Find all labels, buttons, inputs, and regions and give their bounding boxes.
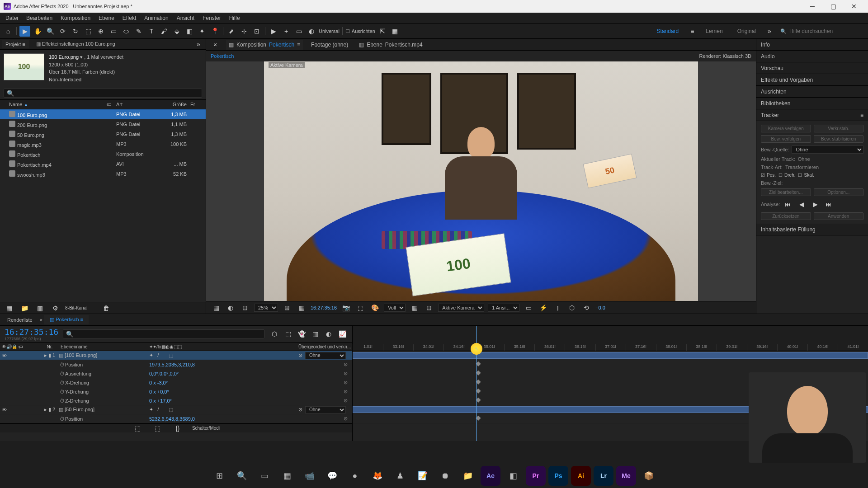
taskbar-app[interactable]: ●	[345, 466, 365, 486]
help-search[interactable]: 🔍	[777, 27, 865, 35]
ruler-tick[interactable]: 41:01f	[838, 344, 868, 351]
asset-row[interactable]: Pokertisch.mp4 AVI ... MB	[0, 159, 206, 169]
menu-view[interactable]: Ansicht	[173, 14, 198, 23]
frame-blend-icon[interactable]: ▥	[310, 328, 321, 339]
options-button[interactable]: Optionen...	[814, 188, 864, 196]
taskbar-illustrator[interactable]: Ai	[571, 466, 591, 486]
panel-tracker[interactable]: Tracker≡	[756, 109, 868, 121]
hand-tool[interactable]: ✋	[32, 26, 43, 37]
add-keyframe-icon[interactable]: ⊘	[344, 389, 348, 394]
taskbar-app[interactable]: ◧	[503, 466, 523, 486]
ruler-tick[interactable]: 37:16f	[626, 344, 656, 351]
add-keyframe-icon[interactable]: ⊘	[344, 371, 348, 376]
stabilize-motion-button[interactable]: Bew. stabilisieren	[814, 135, 864, 143]
edit-target-button[interactable]: Ziel bearbeiten...	[761, 188, 811, 196]
check-position[interactable]: ☑ Pos.	[761, 173, 776, 178]
property-row[interactable]: ⏱ Z-Drehung 0 x +17,0° ⊘	[0, 396, 352, 405]
workspace-overflow[interactable]: »	[764, 26, 775, 37]
analyze-forward-one-icon[interactable]: ⏭	[823, 199, 834, 210]
analyze-back-one-icon[interactable]: ⏮	[783, 199, 793, 210]
orbit-tool[interactable]: ⟳	[57, 26, 68, 37]
grid-icon[interactable]: ▦	[296, 302, 307, 313]
pixel-aspect-icon[interactable]: ▭	[523, 302, 534, 313]
snapshot-icon[interactable]: 📷	[340, 302, 351, 313]
stopwatch-icon[interactable]: ⏱	[59, 371, 65, 376]
nav-frame-icon[interactable]: ▭	[293, 26, 304, 37]
ruler-tick[interactable]: 38:01f	[656, 344, 686, 351]
menu-window[interactable]: Fenster	[199, 14, 225, 23]
motion-source-select[interactable]: Ohne	[792, 145, 863, 154]
taskbar-premiere[interactable]: Pr	[526, 466, 546, 486]
property-row[interactable]: ⏱ Y-Drehung 0 x +0,0° ⊘	[0, 387, 352, 396]
panel-align[interactable]: Ausrichten	[756, 86, 868, 98]
ruler-tick[interactable]: 34:01f	[413, 344, 443, 351]
transparency-grid-icon[interactable]: ▦	[409, 302, 420, 313]
add-keyframe-icon[interactable]: ⊘	[344, 361, 348, 367]
taskbar-app[interactable]: 📦	[639, 466, 659, 486]
property-value[interactable]: 0 x -3,0°	[149, 380, 168, 385]
property-row[interactable]: ⏱ X-Drehung 0 x -3,0° ⊘	[0, 378, 352, 387]
comp-close-icon[interactable]: ×	[210, 39, 221, 50]
widgets-button[interactable]: ▦	[277, 466, 297, 486]
adjust-icon[interactable]: ⚙	[50, 303, 61, 314]
switches-modes-label[interactable]: Schalter/Modi	[192, 426, 220, 431]
stopwatch-icon[interactable]: ⏱	[59, 389, 65, 394]
asset-row[interactable]: 100 Euro.png PNG-Datei 1,3 MB	[0, 109, 206, 119]
tab-project[interactable]: Projekt ≡	[2, 40, 29, 48]
taskbar-app[interactable]: ⏺	[435, 466, 455, 486]
property-track[interactable]	[353, 360, 868, 369]
tab-comp-timeline[interactable]: ▥ Pokertisch ≡	[44, 315, 89, 324]
playhead[interactable]: ↖	[476, 326, 477, 441]
snap-grid-icon[interactable]: ▦	[390, 26, 401, 37]
task-view-button[interactable]: ▭	[255, 466, 274, 486]
selection-tool[interactable]: ▶	[19, 26, 30, 37]
alpha-icon[interactable]: ▦	[211, 302, 222, 313]
ruler-tick[interactable]: 37:01f	[595, 344, 626, 351]
taskbar-after-effects[interactable]: Ae	[481, 466, 500, 486]
motion-blur-comp-icon[interactable]: ◐	[323, 328, 334, 339]
apply-button[interactable]: Anwenden	[814, 212, 864, 220]
add-keyframe-icon[interactable]: ⊘	[344, 416, 348, 422]
new-folder-icon[interactable]: 📁	[19, 303, 30, 314]
asset-row[interactable]: Pokertisch Komposition	[0, 149, 206, 159]
region-icon[interactable]: ⊡	[240, 302, 250, 313]
rotate-tool[interactable]: ↻	[70, 26, 81, 37]
parent-select[interactable]: Ohne	[305, 406, 346, 413]
color-depth[interactable]: 8-Bit-Kanal	[65, 305, 87, 310]
snapping-toggle[interactable]: ☐ Ausrichten	[345, 28, 375, 34]
shy-icon[interactable]: 👻	[296, 328, 307, 339]
roi-icon[interactable]: ⊡	[424, 302, 434, 313]
tab-composition[interactable]: ▥ Komposition Pokertisch ≡	[226, 40, 303, 50]
toggle-modes-icon[interactable]: ⬚	[152, 423, 163, 434]
ruler-tick[interactable]: 33:16f	[383, 344, 413, 351]
current-timecode[interactable]: 16:27:35:16	[5, 327, 58, 337]
snap-option-icon[interactable]: ⇱	[377, 26, 388, 37]
show-snapshot-icon[interactable]: ⬚	[355, 302, 366, 313]
views-select[interactable]: 1 Ansi...	[488, 304, 519, 312]
taskbar-media-encoder[interactable]: Me	[616, 466, 636, 486]
panel-content-fill[interactable]: Inhaltsbasierte Füllung	[756, 224, 868, 235]
roto-tool[interactable]: ✦	[197, 26, 208, 37]
ruler-tick[interactable]: 40:01f	[777, 344, 807, 351]
playhead-indicator[interactable]: ↖	[471, 343, 482, 355]
puppet-tool[interactable]: 📍	[209, 26, 220, 37]
sort-arrow-icon[interactable]: ▲	[24, 102, 28, 107]
menu-effect[interactable]: Effekt	[119, 14, 140, 23]
tag-column-icon[interactable]: 🏷	[106, 102, 116, 107]
taskbar-photoshop[interactable]: Ps	[548, 466, 568, 486]
menu-composition[interactable]: Komposition	[57, 14, 94, 23]
tab-close-icon[interactable]: ×	[40, 317, 42, 323]
asset-row[interactable]: swoosh.mp3 MP3 52 KB	[0, 169, 206, 179]
graph-editor-icon[interactable]: 📈	[337, 328, 348, 339]
taskbar-app[interactable]: 💬	[322, 466, 342, 486]
nav-add-icon[interactable]: +	[281, 26, 292, 37]
taskbar-app[interactable]: 📹	[300, 466, 320, 486]
property-value[interactable]: 0 x +0,0°	[149, 389, 169, 394]
color-management-icon[interactable]: 🎨	[369, 302, 380, 313]
track-motion-button[interactable]: Bew. verfolgen	[761, 135, 811, 143]
menu-help[interactable]: Hilfe	[226, 14, 244, 23]
asset-row[interactable]: 200 Euro.png PNG-Datei 1,1 MB	[0, 119, 206, 129]
check-rotation[interactable]: ☐ Dreh.	[778, 173, 795, 178]
panel-effects[interactable]: Effekte und Vorgaben	[756, 74, 868, 86]
unified-camera-tool[interactable]: ⬚	[83, 26, 94, 37]
